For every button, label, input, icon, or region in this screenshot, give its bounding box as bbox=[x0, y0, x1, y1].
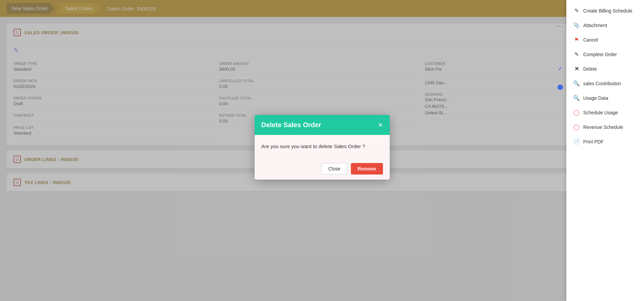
check-mark-icon: ✓ bbox=[558, 65, 563, 72]
dropdown-revenue-schedule-label: Revenue Schedule bbox=[583, 124, 623, 130]
dropdown-usage-data[interactable]: 🔍 Usage Data bbox=[566, 91, 644, 105]
dropdown-usage-data-label: Usage Data bbox=[583, 95, 608, 101]
dropdown-delete-label: Delete bbox=[583, 66, 597, 72]
dropdown-schedule-usage[interactable]: ◯ Schedule Usage bbox=[566, 105, 644, 120]
pencil-icon: ✎ bbox=[573, 7, 580, 14]
dropdown-schedule-usage-label: Schedule Usage bbox=[583, 110, 618, 115]
dropdown-create-billing-schedule[interactable]: ✎ Create Billing Schedule bbox=[566, 3, 644, 18]
dropdown-create-billing-label: Create Billing Schedule bbox=[583, 8, 633, 14]
modal-title: Delete Sales Order bbox=[261, 121, 321, 129]
dropdown-delete[interactable]: ✕ Delete bbox=[566, 62, 644, 76]
check-pencil-icon: ✎ bbox=[573, 51, 580, 57]
three-dots-menu[interactable]: ⋯ bbox=[556, 22, 563, 30]
paperclip-icon: 📎 bbox=[573, 22, 580, 28]
modal-header: Delete Sales Order ✕ bbox=[255, 115, 390, 135]
dropdown-revenue-schedule[interactable]: ◯ Revenue Schedule bbox=[566, 120, 644, 134]
modal-close-button[interactable]: ✕ bbox=[378, 121, 383, 129]
search-usage-icon: 🔍 bbox=[573, 95, 580, 101]
modal-body: Are you sure you want to delete Sales Or… bbox=[255, 135, 390, 158]
dropdown-sales-contribution-label: sales Contribution bbox=[583, 81, 621, 86]
search-contribution-icon: 🔍 bbox=[573, 80, 580, 87]
print-icon: 📄 bbox=[573, 138, 580, 145]
dropdown-cancel[interactable]: ⚑ Cancel bbox=[566, 32, 644, 47]
delete-modal: Delete Sales Order ✕ Are you sure you wa… bbox=[255, 115, 390, 180]
modal-message: Are you sure you want to delete Sales Or… bbox=[261, 143, 383, 149]
dropdown-menu: ✎ Create Billing Schedule 📎 Attachment ⚑… bbox=[566, 0, 644, 301]
dropdown-print-pdf-label: Print PDF bbox=[583, 139, 604, 144]
modal-remove-button[interactable]: Remove bbox=[351, 163, 383, 175]
clock-revenue-icon: ◯ bbox=[573, 124, 580, 130]
blue-circle-indicator bbox=[558, 85, 563, 90]
dropdown-print-pdf[interactable]: 📄 Print PDF bbox=[566, 134, 644, 149]
dropdown-cancel-label: Cancel bbox=[583, 37, 598, 43]
dropdown-attachment[interactable]: 📎 Attachment bbox=[566, 18, 644, 32]
x-icon: ✕ bbox=[573, 66, 580, 72]
dropdown-complete-order[interactable]: ✎ Complete Order bbox=[566, 47, 644, 62]
dropdown-complete-order-label: Complete Order bbox=[583, 52, 617, 57]
dropdown-attachment-label: Attachment bbox=[583, 23, 607, 28]
dropdown-sales-contribution[interactable]: 🔍 sales Contribution bbox=[566, 76, 644, 91]
flag-icon: ⚑ bbox=[573, 37, 580, 43]
modal-close-action-button[interactable]: Close bbox=[321, 163, 347, 175]
clock-schedule-icon: ◯ bbox=[573, 109, 580, 116]
modal-footer: Close Remove bbox=[255, 158, 390, 180]
